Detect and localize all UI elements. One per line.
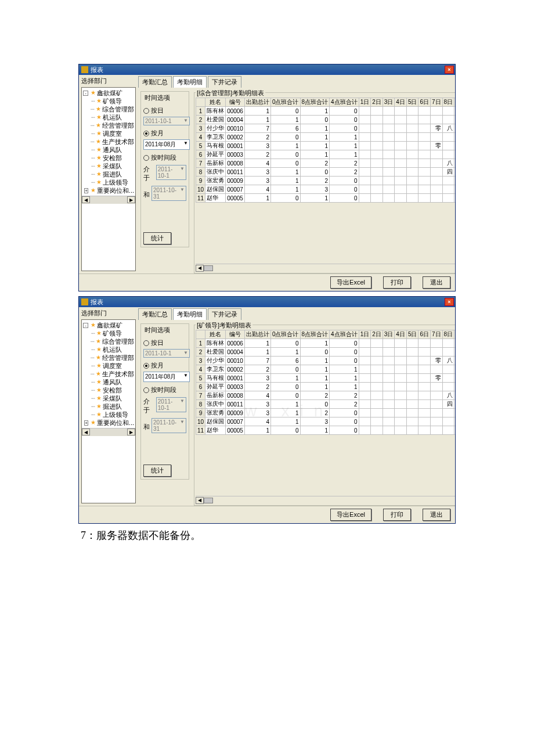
cell[interactable]: 3	[196, 124, 205, 133]
table-row[interactable]: 6孙延平000032011四	[196, 383, 456, 391]
cell[interactable]	[454, 409, 455, 417]
table-row[interactable]: 2杜爱国000041100	[196, 348, 456, 357]
cell[interactable]: 1	[300, 357, 330, 365]
cell[interactable]: 00001	[226, 374, 245, 383]
dept-tree[interactable]: -★鑫欲煤矿┈★矿领导┈★综合管理部┈★机运队┈★经营管理部┈★调度室┈★生产技…	[81, 319, 136, 503]
table-row[interactable]: 7岳新标000084022八	[196, 159, 456, 168]
cell[interactable]	[431, 107, 443, 116]
cell[interactable]: 孙延平	[205, 383, 226, 391]
cell[interactable]: 00011	[226, 168, 245, 177]
cell[interactable]: 00001	[226, 142, 245, 150]
tree-root[interactable]: -★鑫欲煤矿	[83, 321, 134, 329]
cell[interactable]	[406, 400, 418, 409]
grid-scrollbar[interactable]: ◀▶	[196, 496, 455, 504]
column-header[interactable]: 4日	[395, 330, 407, 339]
export-excel-button[interactable]: 导出Excel	[330, 276, 371, 289]
cell[interactable]: 1	[270, 185, 300, 194]
column-header[interactable]: 8日	[442, 98, 454, 107]
cell[interactable]: 6	[270, 357, 300, 365]
cell[interactable]: 00006	[226, 107, 245, 116]
scroll-track[interactable]	[90, 429, 127, 436]
cell[interactable]: 1	[244, 348, 270, 357]
cell[interactable]	[371, 116, 383, 124]
cell[interactable]	[371, 142, 383, 150]
cell[interactable]: 3	[244, 409, 270, 417]
cell[interactable]	[371, 417, 383, 426]
radio-icon[interactable]	[143, 363, 149, 369]
cell[interactable]	[418, 142, 431, 150]
column-header[interactable]: 编号	[226, 98, 245, 107]
column-header[interactable]: 2日	[371, 330, 383, 339]
tree-item[interactable]: ┈★调度室	[83, 129, 134, 138]
cell[interactable]: 0	[270, 150, 300, 159]
cell[interactable]: 马有根	[205, 142, 226, 150]
cell[interactable]: 0	[270, 133, 300, 142]
tree-item[interactable]: ┈★生产技术部	[83, 370, 134, 378]
cell[interactable]	[406, 383, 418, 391]
cell[interactable]: 0	[270, 365, 300, 374]
cell[interactable]: 四	[454, 383, 455, 391]
tree-expand-icon[interactable]: +	[84, 188, 88, 193]
cell[interactable]: 0	[330, 116, 359, 124]
cell[interactable]: 4	[196, 365, 205, 374]
cell[interactable]: 0	[330, 426, 359, 435]
cell[interactable]	[406, 426, 418, 435]
column-header[interactable]: 0点班合计	[270, 98, 300, 107]
cell[interactable]: 八	[442, 124, 454, 133]
column-header[interactable]: 编号	[226, 330, 245, 339]
tree-item[interactable]: ┈★通风队	[83, 146, 134, 154]
cell[interactable]: 0	[270, 194, 300, 203]
tree-scrollbar[interactable]: ◀▶	[82, 196, 135, 204]
cell[interactable]	[383, 365, 395, 374]
cell[interactable]: 1	[270, 168, 300, 177]
column-header[interactable]	[196, 330, 205, 339]
cell[interactable]	[359, 400, 371, 409]
cell[interactable]: 2	[196, 348, 205, 357]
cell[interactable]: 0	[330, 417, 359, 426]
cell[interactable]: 6	[270, 124, 300, 133]
cell[interactable]: 2	[300, 409, 330, 417]
cell[interactable]: 零	[454, 185, 455, 194]
cell[interactable]	[359, 185, 371, 194]
table-row[interactable]: 1陈有林000061010	[196, 339, 456, 348]
attendance-grid[interactable]: 姓名编号出勤总计0点班合计8点班合计4点班合计1日2日3日4日5日6日7日8日9…	[196, 98, 455, 203]
cell[interactable]	[406, 168, 418, 177]
cell[interactable]	[442, 194, 454, 203]
cell[interactable]	[359, 194, 371, 203]
cell[interactable]	[431, 365, 443, 374]
cell[interactable]: 四	[454, 400, 455, 409]
radio-by-month[interactable]: 按月	[143, 129, 186, 138]
cell[interactable]	[371, 409, 383, 417]
cell[interactable]: 2	[330, 400, 359, 409]
grid-scrollbar[interactable]: ◀▶	[196, 264, 455, 272]
cell[interactable]	[395, 374, 407, 383]
cell[interactable]	[454, 107, 455, 116]
cell[interactable]	[406, 177, 418, 185]
cell[interactable]: 10	[196, 417, 205, 426]
cell[interactable]: 11	[196, 194, 205, 203]
cell[interactable]	[431, 339, 443, 348]
cell[interactable]: 7	[244, 357, 270, 365]
exit-button[interactable]: 退出	[423, 509, 450, 521]
cell[interactable]	[395, 150, 407, 159]
cell[interactable]: 0	[270, 107, 300, 116]
tree-item[interactable]: ┈★经营管理部	[83, 354, 134, 362]
cell[interactable]	[418, 400, 431, 409]
cell[interactable]	[395, 133, 407, 142]
cell[interactable]: 0	[270, 426, 300, 435]
cell[interactable]	[383, 391, 395, 400]
tree-item[interactable]: ┈★掘进队	[83, 402, 134, 411]
cell[interactable]: 张宏勇	[205, 177, 226, 185]
cell[interactable]	[442, 365, 454, 374]
cell[interactable]	[431, 391, 443, 400]
cell[interactable]: 付少华	[205, 124, 226, 133]
cell[interactable]: 四	[442, 400, 454, 409]
cell[interactable]	[454, 124, 455, 133]
cell[interactable]: 2	[196, 116, 205, 124]
cell[interactable]	[431, 150, 443, 159]
cell[interactable]	[359, 374, 371, 383]
tree-item[interactable]: ┈★矿领导	[83, 97, 134, 105]
tree-item[interactable]: +★重要岗位和...	[83, 419, 134, 427]
cell[interactable]: 1	[330, 142, 359, 150]
cell[interactable]: 付少华	[205, 357, 226, 365]
